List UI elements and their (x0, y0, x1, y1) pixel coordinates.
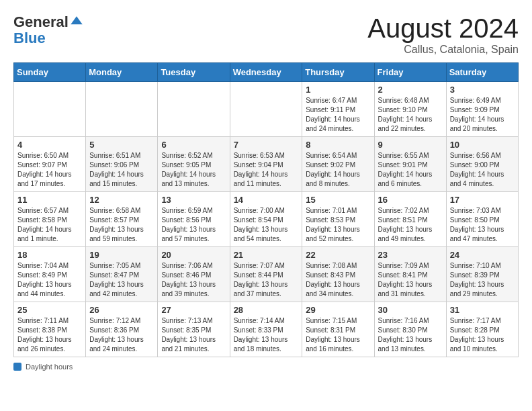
svg-marker-0 (71, 16, 82, 24)
calendar-cell: 21Sunrise: 7:07 AM Sunset: 8:44 PM Dayli… (230, 247, 302, 302)
calendar-cell: 12Sunrise: 6:58 AM Sunset: 8:57 PM Dayli… (86, 192, 158, 247)
day-info: Sunrise: 7:07 AM Sunset: 8:44 PM Dayligh… (234, 261, 299, 299)
calendar-cell: 30Sunrise: 7:16 AM Sunset: 8:30 PM Dayli… (374, 302, 446, 357)
day-number: 31 (450, 305, 515, 315)
day-number: 21 (234, 250, 299, 260)
footer-label: Daylight hours (26, 363, 73, 371)
calendar-header-friday: Friday (374, 63, 446, 82)
day-info: Sunrise: 7:17 AM Sunset: 8:28 PM Dayligh… (450, 316, 515, 354)
calendar-cell: 14Sunrise: 7:00 AM Sunset: 8:54 PM Dayli… (230, 192, 302, 247)
day-number: 15 (306, 195, 370, 205)
calendar-cell: 5Sunrise: 6:51 AM Sunset: 9:06 PM Daylig… (86, 137, 158, 192)
day-info: Sunrise: 7:03 AM Sunset: 8:50 PM Dayligh… (450, 206, 515, 244)
calendar-cell: 22Sunrise: 7:08 AM Sunset: 8:43 PM Dayli… (302, 247, 374, 302)
day-info: Sunrise: 6:47 AM Sunset: 9:11 PM Dayligh… (306, 96, 370, 134)
day-number: 20 (161, 250, 226, 260)
day-number: 17 (450, 195, 515, 205)
day-number: 27 (161, 305, 226, 315)
calendar-cell: 24Sunrise: 7:10 AM Sunset: 8:39 PM Dayli… (446, 247, 518, 302)
day-info: Sunrise: 7:14 AM Sunset: 8:33 PM Dayligh… (234, 316, 299, 354)
calendar-week-row: 25Sunrise: 7:11 AM Sunset: 8:38 PM Dayli… (14, 302, 519, 357)
day-info: Sunrise: 6:52 AM Sunset: 9:05 PM Dayligh… (161, 151, 226, 189)
calendar-week-row: 18Sunrise: 7:04 AM Sunset: 8:49 PM Dayli… (14, 247, 519, 302)
calendar-cell: 11Sunrise: 6:57 AM Sunset: 8:58 PM Dayli… (14, 192, 86, 247)
calendar-week-row: 11Sunrise: 6:57 AM Sunset: 8:58 PM Dayli… (14, 192, 519, 247)
day-number: 12 (89, 195, 154, 205)
calendar-cell: 4Sunrise: 6:50 AM Sunset: 9:07 PM Daylig… (14, 137, 86, 192)
day-info: Sunrise: 7:11 AM Sunset: 8:38 PM Dayligh… (17, 316, 82, 354)
calendar-header-row: SundayMondayTuesdayWednesdayThursdayFrid… (14, 63, 519, 82)
day-info: Sunrise: 7:00 AM Sunset: 8:54 PM Dayligh… (234, 206, 299, 244)
calendar-cell: 19Sunrise: 7:05 AM Sunset: 8:47 PM Dayli… (86, 247, 158, 302)
day-number: 10 (450, 140, 515, 150)
calendar-header-thursday: Thursday (302, 63, 374, 82)
calendar-cell: 10Sunrise: 6:56 AM Sunset: 9:00 PM Dayli… (446, 137, 518, 192)
day-number: 30 (378, 305, 443, 315)
day-info: Sunrise: 7:16 AM Sunset: 8:30 PM Dayligh… (378, 316, 443, 354)
day-info: Sunrise: 6:58 AM Sunset: 8:57 PM Dayligh… (89, 206, 154, 244)
calendar-week-row: 4Sunrise: 6:50 AM Sunset: 9:07 PM Daylig… (14, 137, 519, 192)
logo: General Blue (13, 13, 83, 46)
calendar-cell (158, 82, 230, 137)
day-info: Sunrise: 7:01 AM Sunset: 8:53 PM Dayligh… (306, 206, 370, 244)
day-info: Sunrise: 6:48 AM Sunset: 9:10 PM Dayligh… (378, 96, 443, 134)
calendar-cell: 1Sunrise: 6:47 AM Sunset: 9:11 PM Daylig… (302, 82, 374, 137)
calendar-cell: 31Sunrise: 7:17 AM Sunset: 8:28 PM Dayli… (446, 302, 518, 357)
day-number: 4 (17, 140, 82, 150)
calendar-cell: 9Sunrise: 6:55 AM Sunset: 9:01 PM Daylig… (374, 137, 446, 192)
day-number: 29 (306, 305, 370, 315)
calendar-cell (230, 82, 302, 137)
day-number: 18 (17, 250, 82, 260)
calendar-cell: 2Sunrise: 6:48 AM Sunset: 9:10 PM Daylig… (374, 82, 446, 137)
day-info: Sunrise: 6:56 AM Sunset: 9:00 PM Dayligh… (450, 151, 515, 189)
day-number: 2 (378, 85, 443, 95)
day-info: Sunrise: 7:09 AM Sunset: 8:41 PM Dayligh… (378, 261, 443, 299)
day-number: 25 (17, 305, 82, 315)
calendar-cell: 28Sunrise: 7:14 AM Sunset: 8:33 PM Dayli… (230, 302, 302, 357)
day-number: 1 (306, 85, 370, 95)
footer: Daylight hours (13, 363, 519, 371)
day-info: Sunrise: 7:10 AM Sunset: 8:39 PM Dayligh… (450, 261, 515, 299)
calendar-table: SundayMondayTuesdayWednesdayThursdayFrid… (13, 62, 519, 357)
calendar-week-row: 1Sunrise: 6:47 AM Sunset: 9:11 PM Daylig… (14, 82, 519, 137)
day-number: 19 (89, 250, 154, 260)
logo-icon (70, 15, 83, 29)
day-number: 24 (450, 250, 515, 260)
calendar-cell: 20Sunrise: 7:06 AM Sunset: 8:46 PM Dayli… (158, 247, 230, 302)
day-info: Sunrise: 6:49 AM Sunset: 9:09 PM Dayligh… (450, 96, 515, 134)
day-number: 11 (17, 195, 82, 205)
day-number: 8 (306, 140, 370, 150)
location: Callus, Catalonia, Spain (367, 44, 519, 56)
day-info: Sunrise: 7:02 AM Sunset: 8:51 PM Dayligh… (378, 206, 443, 244)
day-number: 9 (378, 140, 443, 150)
day-info: Sunrise: 7:08 AM Sunset: 8:43 PM Dayligh… (306, 261, 370, 299)
month-year: August 2024 (367, 13, 519, 44)
calendar-cell: 26Sunrise: 7:12 AM Sunset: 8:36 PM Dayli… (86, 302, 158, 357)
day-info: Sunrise: 7:13 AM Sunset: 8:35 PM Dayligh… (161, 316, 226, 354)
calendar-header-monday: Monday (86, 63, 158, 82)
logo-general: General (13, 13, 69, 31)
calendar-header-wednesday: Wednesday (230, 63, 302, 82)
day-number: 13 (161, 195, 226, 205)
day-number: 26 (89, 305, 154, 315)
day-number: 3 (450, 85, 515, 95)
day-info: Sunrise: 6:59 AM Sunset: 8:56 PM Dayligh… (161, 206, 226, 244)
day-info: Sunrise: 7:04 AM Sunset: 8:49 PM Dayligh… (17, 261, 82, 299)
day-number: 14 (234, 195, 299, 205)
day-info: Sunrise: 6:55 AM Sunset: 9:01 PM Dayligh… (378, 151, 443, 189)
day-info: Sunrise: 7:05 AM Sunset: 8:47 PM Dayligh… (89, 261, 154, 299)
day-info: Sunrise: 6:53 AM Sunset: 9:04 PM Dayligh… (234, 151, 299, 189)
calendar-cell: 18Sunrise: 7:04 AM Sunset: 8:49 PM Dayli… (14, 247, 86, 302)
calendar-cell: 23Sunrise: 7:09 AM Sunset: 8:41 PM Dayli… (374, 247, 446, 302)
day-number: 22 (306, 250, 370, 260)
calendar-cell: 16Sunrise: 7:02 AM Sunset: 8:51 PM Dayli… (374, 192, 446, 247)
day-info: Sunrise: 6:57 AM Sunset: 8:58 PM Dayligh… (17, 206, 82, 244)
calendar-cell: 8Sunrise: 6:54 AM Sunset: 9:02 PM Daylig… (302, 137, 374, 192)
calendar-cell: 6Sunrise: 6:52 AM Sunset: 9:05 PM Daylig… (158, 137, 230, 192)
calendar-header-saturday: Saturday (446, 63, 518, 82)
title-block: August 2024 Callus, Catalonia, Spain (367, 13, 519, 56)
day-number: 7 (234, 140, 299, 150)
calendar-cell (14, 82, 86, 137)
logo-blue: Blue (13, 31, 46, 46)
day-info: Sunrise: 7:12 AM Sunset: 8:36 PM Dayligh… (89, 316, 154, 354)
